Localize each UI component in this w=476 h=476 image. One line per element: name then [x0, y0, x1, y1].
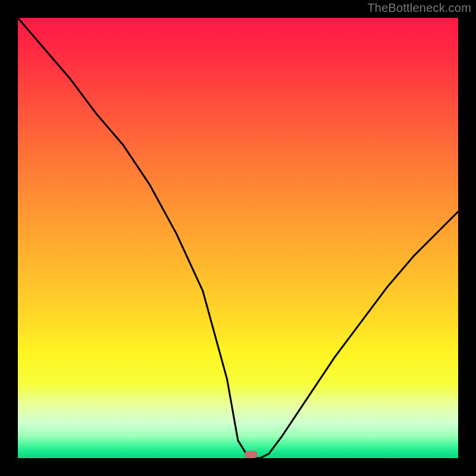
- plot-area: [18, 18, 458, 458]
- bottleneck-curve: [18, 18, 458, 458]
- optimum-marker: [245, 451, 258, 458]
- chart-frame: TheBottleneck.com: [0, 0, 476, 476]
- curve-svg: [18, 18, 458, 458]
- watermark-text: TheBottleneck.com: [367, 1, 471, 15]
